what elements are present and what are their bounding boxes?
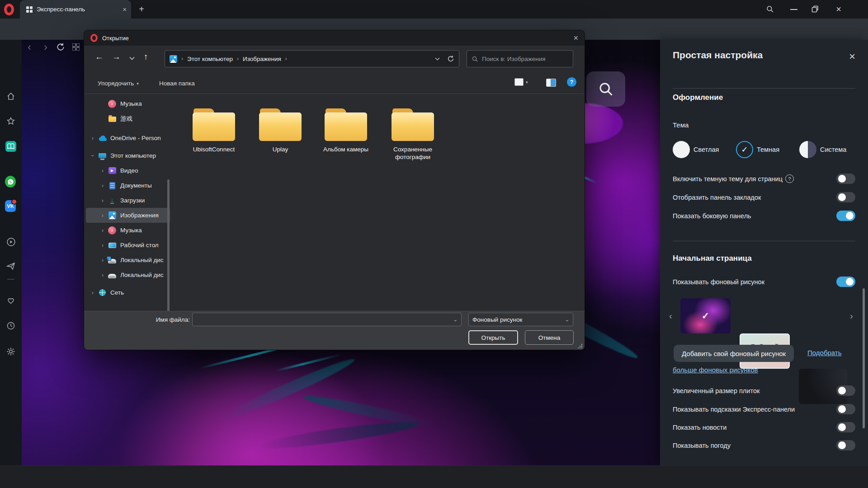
wallpaper-thumb-selected[interactable]: ✓	[680, 298, 731, 333]
expander-icon[interactable]: ›	[90, 153, 96, 159]
theme-option-light[interactable]: Светлая	[673, 141, 719, 158]
tree-item-network[interactable]: › Сеть	[86, 285, 170, 300]
folder-tile-saved-photos[interactable]: Сохраненные фотографии	[386, 108, 440, 161]
cancel-button[interactable]: Отмена	[525, 330, 574, 345]
sidebar-item-reading[interactable]	[5, 141, 16, 152]
panel-scrollbar[interactable]	[863, 288, 865, 428]
new-tab-button[interactable]: +	[137, 4, 146, 14]
folder-tile-camera-album[interactable]: Альбом камеры	[319, 108, 373, 153]
sidebar-item-favorites[interactable]	[5, 295, 16, 306]
tree-item-downloads[interactable]: › ↓ Загрузки	[86, 193, 170, 208]
toggle-news-off[interactable]	[836, 422, 855, 432]
tab-search-button[interactable]	[766, 5, 774, 13]
dialog-search-box[interactable]: Поиск в: Изображения	[467, 50, 573, 67]
dialog-close-icon[interactable]: ×	[573, 34, 578, 42]
toggle-bookmarks-bar-off[interactable]	[836, 192, 855, 202]
toggle-suggestions-off[interactable]	[836, 404, 855, 414]
minimize-button[interactable]	[790, 9, 797, 10]
expander-icon[interactable]: ›	[99, 167, 106, 174]
folder-tile-uplay[interactable]: Uplay	[253, 108, 307, 153]
sidebar-item-home[interactable]	[5, 91, 16, 102]
dialog-forward-button[interactable]: →	[112, 52, 121, 62]
tree-scrollbar[interactable]	[167, 179, 170, 328]
wallpaper-prev-arrow[interactable]: ‹	[669, 311, 672, 321]
tree-item-documents[interactable]: › Документы	[86, 178, 170, 193]
folder-tile-ubisoftconnect[interactable]: UbisoftConnect	[187, 108, 241, 153]
toggle-sidebar-on[interactable]	[836, 211, 855, 221]
resize-grip[interactable]	[578, 344, 582, 348]
speed-dial-button[interactable]	[72, 43, 80, 51]
tree-item-games[interactable]: 游戏	[86, 111, 170, 126]
sidebar-item-settings[interactable]	[5, 346, 16, 357]
breadcrumb-this-pc[interactable]: Этот компьютер	[187, 56, 233, 62]
toggle-tile-size-off[interactable]	[836, 385, 855, 396]
expander-icon[interactable]: ›	[99, 182, 106, 189]
sidebar-item-flow[interactable]	[5, 261, 16, 272]
tree-item-this-pc[interactable]: › Этот компьютер	[86, 148, 170, 163]
expander-icon[interactable]: ›	[99, 227, 106, 234]
tab-close-icon[interactable]: ×	[123, 6, 127, 13]
sidebar-item-history[interactable]	[5, 320, 16, 331]
breadcrumb-bar[interactable]: › Этот компьютер › Изображения ›	[165, 50, 459, 67]
system-theme-swatch	[799, 141, 816, 158]
expander-icon[interactable]: ›	[90, 289, 96, 296]
sidebar-item-bookmarks[interactable]	[5, 116, 16, 127]
help-button[interactable]: ?	[567, 77, 576, 87]
tab-speed-dial[interactable]: Экспресс-панель ×	[20, 0, 131, 19]
dialog-titlebar[interactable]: Открытие ×	[84, 30, 585, 46]
expander-icon[interactable]: ›	[99, 242, 106, 249]
more-wallpapers-link-line2[interactable]: больше фоновых рисунков	[673, 366, 758, 374]
sidebar-item-whatsapp[interactable]	[5, 176, 16, 187]
expander-icon[interactable]: ›	[99, 212, 106, 219]
crumb-separator: ›	[181, 56, 183, 62]
panel-close-button[interactable]: ×	[846, 51, 858, 62]
speed-dial-grid-icon	[26, 6, 33, 13]
toggle-weather-off[interactable]	[836, 440, 855, 450]
file-type-dropdown[interactable]: Фоновый рисунок ⌄	[468, 313, 573, 326]
more-wallpapers-link[interactable]: Подобрать	[807, 349, 842, 357]
breadcrumb-pictures[interactable]: Изображения	[243, 56, 281, 62]
view-mode-button[interactable]: ▾	[514, 78, 528, 86]
tree-item-video[interactable]: › ▶ Видео	[86, 163, 170, 178]
wallpaper-next-arrow[interactable]: ›	[850, 311, 853, 321]
folder-name: Альбом камеры	[319, 145, 373, 153]
tree-item-desktop[interactable]: › Рабочий стол	[86, 238, 170, 253]
theme-option-dark[interactable]: ✓ Темная	[736, 141, 779, 158]
toggle-wallpaper-on[interactable]	[836, 277, 855, 287]
open-button[interactable]: Открыть	[468, 330, 518, 345]
refresh-icon[interactable]	[447, 55, 454, 62]
dialog-back-button[interactable]: ←	[95, 52, 104, 62]
maximize-button[interactable]	[811, 5, 819, 13]
tree-item-local-disk-d[interactable]: › Локальный дис	[86, 267, 170, 282]
back-button[interactable]: ‹	[24, 42, 34, 52]
theme-option-system[interactable]: Система	[799, 141, 846, 158]
forward-button[interactable]: ›	[41, 42, 51, 52]
toggle-dark-pages-off[interactable]	[836, 174, 855, 184]
chevron-down-icon[interactable]	[435, 57, 440, 61]
dialog-up-button[interactable]: ↑	[144, 52, 148, 62]
tree-item-music[interactable]: › ♪ Музыка	[86, 223, 170, 238]
dialog-recent-dropdown[interactable]	[129, 56, 135, 60]
add-wallpaper-button[interactable]: Добавить свой фоновый рисунок	[674, 345, 794, 362]
help-icon[interactable]: ?	[785, 174, 794, 183]
sidebar-item-player[interactable]	[5, 236, 16, 247]
tree-item-music-quick[interactable]: ♪ Музыка	[86, 96, 170, 111]
file-name-input[interactable]: ⌄	[192, 313, 462, 326]
expander-icon[interactable]: ›	[99, 197, 106, 204]
close-window-button[interactable]: ×	[833, 4, 844, 14]
tree-item-local-disk-c[interactable]: › Локальный дис	[86, 253, 170, 267]
reload-button[interactable]	[56, 42, 65, 52]
organize-button[interactable]: Упорядочить▾	[98, 80, 139, 87]
new-folder-button[interactable]: Новая папка	[159, 80, 195, 87]
speed-dial-search-tile[interactable]	[586, 71, 625, 107]
tree-item-onedrive[interactable]: › OneDrive - Person	[86, 131, 170, 145]
preview-pane-button[interactable]	[546, 79, 556, 87]
sidebar-item-vk[interactable]: VK	[5, 201, 16, 211]
sidebar-divider	[7, 279, 14, 280]
music-icon: ♪	[108, 226, 116, 235]
expander-icon[interactable]: ›	[99, 257, 106, 263]
expander-icon[interactable]: ›	[99, 272, 106, 278]
tree-item-pictures-selected[interactable]: › Изображения	[86, 208, 170, 223]
expander-icon[interactable]: ›	[90, 135, 96, 141]
opera-menu-button[interactable]	[4, 4, 14, 15]
